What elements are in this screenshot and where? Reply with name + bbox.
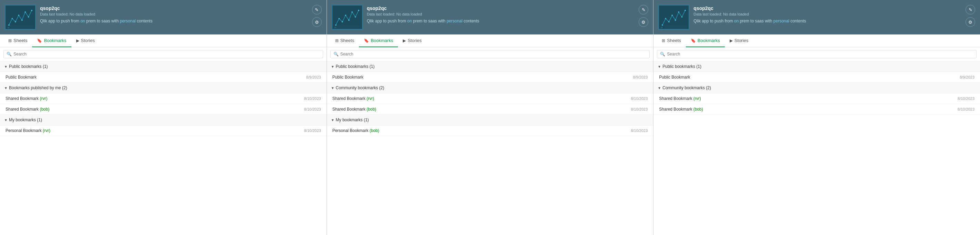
tabs-bar: ⊞Sheets🔖Bookmarks▶Stories [654, 35, 980, 47]
bookmark-name: Public Bookmark [6, 75, 37, 79]
bookmark-name: Personal Bookmark (bob) [332, 128, 379, 133]
svg-point-31 [352, 11, 353, 13]
bookmark-date: 8/10/2023 [304, 129, 321, 133]
bookmark-row[interactable]: Personal Bookmark (rvr)8/10/2023 [0, 125, 326, 136]
app-name: qsop2qc [367, 5, 636, 11]
settings-button[interactable]: ⚙ [966, 17, 975, 27]
svg-rect-36 [659, 5, 689, 29]
bookmark-row[interactable]: Shared Bookmark (rvr)8/10/2023 [327, 94, 654, 104]
panel-2: ••• qsop2qcData last loaded: No data loa… [327, 0, 654, 235]
bookmark-row[interactable]: Shared Bookmark (rvr)8/10/2023 [654, 94, 980, 104]
svg-rect-0 [6, 5, 35, 29]
svg-point-13 [24, 11, 26, 13]
app-header: ••• qsop2qcData last loaded: No data loa… [0, 0, 326, 35]
tab-sheets[interactable]: ⊞Sheets [330, 35, 359, 47]
panel-3: ••• qsop2qcData last loaded: No data loa… [654, 0, 980, 235]
expand-icon: ▼ [331, 65, 334, 68]
edit-button[interactable]: ✎ [966, 5, 975, 14]
tab-sheets[interactable]: ⊞Sheets [3, 35, 32, 47]
tab-stories-icon: ▶ [403, 38, 406, 43]
tab-sheets-label: Sheets [13, 38, 27, 43]
app-header: ••• qsop2qcData last loaded: No data loa… [327, 0, 654, 35]
section-header-public-bookmarks[interactable]: ▼Public bookmarks (1) [654, 61, 980, 72]
expand-icon: ▼ [331, 86, 334, 90]
bookmark-date: 8/10/2023 [304, 107, 321, 111]
svg-rect-18 [332, 5, 362, 29]
svg-point-33 [358, 10, 359, 11]
tab-bookmarks-icon: 🔖 [691, 38, 696, 43]
app-name: qsop2qc [40, 5, 309, 11]
bookmark-suffix: (rvr) [43, 128, 50, 133]
tab-stories[interactable]: ▶Stories [72, 35, 100, 47]
tabs-bar: ⊞Sheets🔖Bookmarks▶Stories [327, 35, 654, 47]
svg-point-11 [18, 14, 19, 16]
app-status: Data last loaded: No data loaded [367, 12, 636, 16]
app-thumbnail: ••• [658, 5, 689, 30]
tab-stories[interactable]: ▶Stories [398, 35, 426, 47]
section-header-public-bookmarks[interactable]: ▼Public bookmarks (1) [327, 61, 654, 72]
app-name: qsop2qc [694, 5, 962, 11]
tab-bookmarks-label: Bookmarks [698, 38, 720, 43]
edit-icon: ✎ [969, 7, 972, 13]
section-header-published-by-me[interactable]: ▼Bookmarks published by me (2) [0, 83, 326, 94]
bookmark-suffix: (rvr) [40, 96, 47, 101]
section-label: My bookmarks (1) [9, 118, 42, 122]
tab-bookmarks[interactable]: 🔖Bookmarks [32, 35, 71, 47]
bookmark-row[interactable]: Public Bookmark8/9/2023 [654, 72, 980, 83]
app-thumbnail: ••• [5, 5, 36, 30]
bookmark-row[interactable]: Public Bookmark8/9/2023 [327, 72, 654, 83]
section-header-my-bookmarks[interactable]: ▼My bookmarks (1) [327, 115, 654, 125]
bookmark-list: ▼Public bookmarks (1)Public Bookmark8/9/… [327, 61, 654, 235]
search-input[interactable] [667, 52, 974, 57]
tab-stories-label: Stories [735, 38, 748, 43]
bookmark-suffix: (rvr) [367, 96, 374, 101]
bookmark-row[interactable]: Shared Bookmark (bob)8/10/2023 [654, 104, 980, 115]
bookmark-name: Shared Bookmark (rvr) [6, 96, 47, 101]
section-header-community-bookmarks[interactable]: ▼Community bookmarks (2) [654, 83, 980, 94]
search-input[interactable] [340, 52, 647, 57]
tab-stories-icon: ▶ [76, 38, 79, 43]
bookmark-row[interactable]: Shared Bookmark (rvr)8/10/2023 [0, 94, 326, 104]
bookmark-date: 8/10/2023 [304, 97, 321, 101]
settings-button[interactable]: ⚙ [639, 17, 648, 27]
svg-point-46 [668, 21, 670, 22]
svg-point-45 [665, 18, 667, 19]
bookmark-name: Personal Bookmark (rvr) [6, 128, 50, 133]
edit-button[interactable]: ✎ [639, 5, 648, 14]
section-header-public-bookmarks[interactable]: ▼Public bookmarks (1) [0, 61, 326, 72]
bookmark-row[interactable]: Shared Bookmark (bob)8/10/2023 [0, 104, 326, 115]
search-input[interactable] [13, 52, 320, 57]
section-label: My bookmarks (1) [336, 118, 369, 122]
expand-icon: ▼ [331, 118, 334, 122]
app-description: Qlik app to push from on prem to saas wi… [367, 18, 636, 24]
bookmark-name: Shared Bookmark (rvr) [332, 96, 374, 101]
app-info: qsop2qcData last loaded: No data loadedQ… [367, 5, 636, 24]
section-header-my-bookmarks[interactable]: ▼My bookmarks (1) [0, 115, 326, 125]
expand-icon: ▼ [658, 65, 661, 68]
svg-point-48 [675, 20, 676, 21]
bookmark-date: 8/10/2023 [958, 107, 974, 111]
tab-bookmarks[interactable]: 🔖Bookmarks [359, 35, 398, 47]
bookmark-date: 8/9/2023 [633, 75, 648, 79]
bookmark-name: Public Bookmark [659, 75, 690, 79]
tab-stories-label: Stories [407, 38, 422, 43]
tab-bookmarks[interactable]: 🔖Bookmarks [686, 35, 725, 47]
tabs-bar: ⊞Sheets🔖Bookmarks▶Stories [0, 35, 326, 47]
section-header-community-bookmarks[interactable]: ▼Community bookmarks (2) [327, 83, 654, 94]
tab-sheets[interactable]: ⊞Sheets [657, 35, 686, 47]
bookmark-row[interactable]: Personal Bookmark (bob)8/10/2023 [327, 125, 654, 136]
bookmark-list: ▼Public bookmarks (1)Public Bookmark8/9/… [0, 61, 326, 235]
settings-button[interactable]: ⚙ [312, 17, 322, 27]
tab-sheets-label: Sheets [340, 38, 354, 43]
edit-button[interactable]: ✎ [312, 5, 322, 14]
bookmark-row[interactable]: Public Bookmark8/9/2023 [0, 72, 326, 83]
bookmark-row[interactable]: Shared Bookmark (bob)8/10/2023 [327, 104, 654, 115]
tab-stories-icon: ▶ [730, 38, 733, 43]
app-header: ••• qsop2qcData last loaded: No data loa… [654, 0, 980, 35]
tab-stories[interactable]: ▶Stories [725, 35, 753, 47]
bookmark-date: 8/10/2023 [631, 107, 648, 111]
svg-point-10 [15, 21, 16, 22]
svg-text:•••: ••• [7, 27, 9, 29]
tab-sheets-icon: ⊞ [335, 38, 339, 43]
panel-1: ••• qsop2qcData last loaded: No data loa… [0, 0, 327, 235]
